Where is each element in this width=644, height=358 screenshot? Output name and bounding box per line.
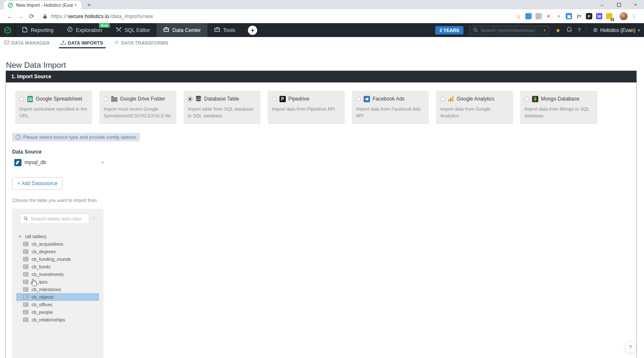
source-title: Google Spreadsheet bbox=[36, 96, 82, 102]
table-row[interactable]: cb_ipos bbox=[16, 278, 99, 286]
table-icon bbox=[23, 310, 28, 314]
tree-root-all-tables[interactable]: ▾ (all tables) bbox=[12, 233, 104, 240]
radio-unselected[interactable] bbox=[356, 97, 361, 101]
trial-badge[interactable]: 2 YEARS bbox=[435, 26, 463, 34]
table-row-selected[interactable]: cb_objects bbox=[16, 293, 99, 301]
table-row[interactable]: cb_offices bbox=[16, 301, 99, 308]
extension-icon[interactable]: W bbox=[596, 13, 602, 19]
table-search-input[interactable] bbox=[31, 216, 81, 221]
gear-icon: ⚙ bbox=[593, 27, 598, 33]
lock-icon bbox=[43, 14, 47, 19]
mysql-icon bbox=[14, 159, 21, 166]
tab-close-icon[interactable]: × bbox=[73, 3, 78, 8]
source-card-google-drive-folder[interactable]: Google Drive Folder Import most recent G… bbox=[99, 91, 176, 124]
subnav-item-data-manager[interactable]: DATA MANAGER bbox=[4, 37, 50, 48]
url-field[interactable]: https://secure.holistics.io/data_imports… bbox=[43, 13, 511, 19]
search-caret-icon[interactable]: ▾ bbox=[544, 28, 546, 32]
nav-item-data-center[interactable]: Data Center bbox=[157, 23, 207, 37]
datasource-select[interactable]: mysql_db ▾ bbox=[14, 159, 104, 166]
table-row[interactable]: cb_degrees bbox=[16, 248, 99, 255]
extension-icon[interactable]: 9 bbox=[606, 13, 612, 19]
add-datasource-button[interactable]: + Add Datasource bbox=[12, 177, 63, 190]
nav-item-exploration[interactable]: Exploration Beta bbox=[60, 23, 109, 37]
nav-item-label: Tools bbox=[223, 27, 235, 33]
source-card-mongo-database[interactable]: Mongo Database Import data from Mongo to… bbox=[520, 91, 597, 124]
browser-tab[interactable]: New Import - Holistics (Evan) × bbox=[4, 1, 81, 9]
help-widget-button[interactable]: ? bbox=[624, 341, 636, 353]
source-card-google-analytics[interactable]: Google Analytics Import data from Google… bbox=[436, 91, 513, 124]
source-type-cards: Google Spreadsheet Import worksheet spec… bbox=[15, 91, 636, 124]
table-row[interactable]: cb_people bbox=[16, 308, 99, 316]
subnav-item-data-imports[interactable]: DATA IMPORTS bbox=[61, 37, 103, 48]
search-icon bbox=[24, 215, 28, 223]
page-title: New Data Import bbox=[6, 61, 644, 70]
reload-icon[interactable]: ⟳ bbox=[26, 13, 37, 20]
table-name: cb_acquisitions bbox=[32, 241, 63, 247]
subnav-item-data-transforms[interactable]: DATA TRANSFORMS bbox=[114, 37, 168, 48]
table-row[interactable]: cb_acquisitions bbox=[16, 240, 99, 248]
radio-unselected[interactable] bbox=[104, 97, 108, 101]
nav-item-reporting[interactable]: Reporting bbox=[15, 23, 60, 37]
nav-item-sql-editor[interactable]: SQL Editor bbox=[109, 23, 157, 37]
table-row[interactable]: cb_funds bbox=[16, 263, 99, 270]
global-search[interactable]: ▾ bbox=[469, 26, 549, 35]
extension-icon[interactable] bbox=[525, 13, 532, 19]
extension-icon[interactable]: ▣ bbox=[566, 13, 572, 19]
bookmark-star-icon[interactable]: ☆ bbox=[516, 13, 521, 20]
nav-add-button[interactable]: + bbox=[248, 26, 257, 35]
source-card-pipedrive[interactable]: P Pipedrive Import data from Pipedrive A… bbox=[268, 91, 345, 124]
app-navbar: Reporting Exploration Beta SQL Editor Da… bbox=[0, 23, 644, 37]
browser-profile-avatar[interactable] bbox=[620, 12, 628, 20]
global-search-input[interactable] bbox=[480, 28, 535, 33]
source-card-facebook-ads[interactable]: Facebook Ads Import data from Facebook A… bbox=[352, 91, 429, 124]
tree-root-label: (all tables) bbox=[25, 234, 47, 239]
window-close-button[interactable]: × bbox=[627, 0, 644, 9]
table-row[interactable]: cb_milestones bbox=[16, 286, 99, 293]
window-maximize-button[interactable] bbox=[610, 0, 627, 9]
section-header: 1. Import Source bbox=[6, 71, 636, 82]
table-search-box[interactable] bbox=[20, 214, 89, 224]
refresh-icon[interactable]: ⟳ bbox=[92, 216, 96, 221]
radio-unselected[interactable] bbox=[440, 97, 445, 101]
source-desc: Import most recent Google Spreadsheet/CS… bbox=[104, 106, 172, 119]
table-name: cb_people bbox=[32, 310, 53, 315]
tools-icon bbox=[214, 27, 220, 33]
table-icon bbox=[23, 318, 28, 322]
table-icon bbox=[23, 295, 28, 299]
nav-item-tools[interactable]: Tools bbox=[208, 23, 242, 37]
table-row[interactable]: cb_investments bbox=[16, 270, 99, 278]
window-minimize-button[interactable]: – bbox=[593, 0, 610, 9]
pipedrive-icon: P bbox=[279, 95, 286, 102]
browser-menu-icon[interactable]: ⋮ bbox=[631, 13, 636, 19]
radio-selected[interactable] bbox=[188, 97, 192, 101]
favorites-star-icon[interactable]: ★ bbox=[555, 27, 561, 34]
radio-unselected[interactable] bbox=[272, 97, 277, 101]
notifications-bell-icon[interactable] bbox=[567, 27, 572, 34]
forward-icon[interactable]: → bbox=[15, 13, 26, 20]
table-name: cb_funding_rounds bbox=[32, 257, 71, 262]
divider bbox=[616, 13, 616, 20]
table-row[interactable]: cb_funding_rounds bbox=[16, 255, 99, 263]
extension-icon[interactable]: V bbox=[556, 13, 562, 19]
extension-icon[interactable]: F bbox=[546, 13, 552, 19]
source-card-database-table[interactable]: Database Table Import table from SQL dat… bbox=[184, 91, 261, 124]
extension-icon[interactable]: ƒ? bbox=[576, 13, 582, 19]
source-title: Facebook Ads bbox=[373, 96, 404, 102]
radio-unselected[interactable] bbox=[19, 97, 24, 101]
browser-address-bar: ← → ⟳ https://secure.holistics.io/data_i… bbox=[0, 9, 644, 23]
holistics-favicon-icon bbox=[7, 2, 13, 8]
source-desc: Import data from Facebook Ads API bbox=[356, 106, 425, 119]
tree-collapse-icon[interactable]: ▾ bbox=[19, 234, 21, 239]
holistics-logo[interactable] bbox=[0, 23, 15, 37]
back-icon[interactable]: ← bbox=[4, 13, 15, 20]
radio-unselected[interactable] bbox=[524, 97, 529, 101]
extension-icon[interactable]: P bbox=[586, 13, 592, 19]
table-row[interactable]: cb_relationships bbox=[16, 316, 99, 324]
source-card-google-spreadsheet[interactable]: Google Spreadsheet Import worksheet spec… bbox=[15, 91, 92, 124]
account-menu[interactable]: ⚙ Holistics (Evan) ▾ bbox=[593, 27, 640, 33]
extension-icon[interactable] bbox=[535, 13, 542, 19]
new-tab-button[interactable]: + bbox=[87, 1, 91, 8]
help-icon[interactable]: ? bbox=[578, 27, 581, 33]
url-scheme: https:// bbox=[51, 13, 67, 19]
table-name: cb_milestones bbox=[32, 287, 61, 292]
